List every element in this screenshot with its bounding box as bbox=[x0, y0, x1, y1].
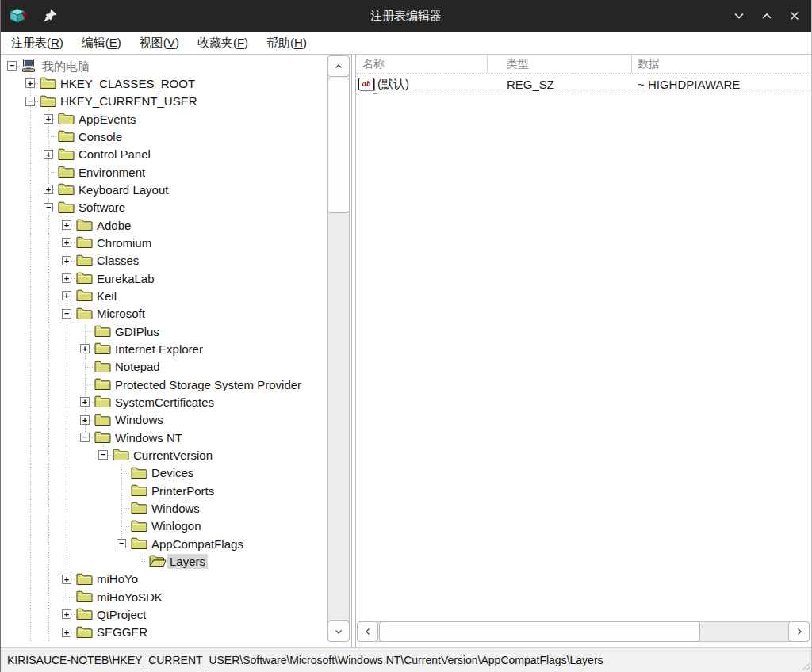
close-button[interactable] bbox=[786, 7, 803, 25]
folder-icon bbox=[58, 129, 76, 143]
tree-node[interactable]: Layers bbox=[3, 552, 324, 570]
expand-toggle[interactable]: + bbox=[44, 150, 53, 159]
tree-node[interactable]: −我的电脑 bbox=[3, 57, 324, 74]
expand-toggle[interactable]: + bbox=[62, 220, 71, 230]
tree-guide-line bbox=[30, 358, 31, 376]
menu-registry[interactable]: 注册表(R) bbox=[9, 34, 66, 52]
tree-node[interactable]: +Chromium bbox=[3, 234, 324, 251]
tree-node[interactable]: Protected Storage System Provider bbox=[3, 376, 324, 393]
tree-guide-line bbox=[30, 128, 31, 145]
menu-edit[interactable]: 编辑(E) bbox=[79, 34, 124, 52]
tree-indent-cell bbox=[3, 163, 21, 181]
expand-toggle[interactable]: + bbox=[44, 185, 53, 194]
tree-node-label: EurekaLab bbox=[94, 271, 157, 286]
tree-node[interactable]: +QtProject bbox=[3, 605, 324, 623]
tree-guide-line bbox=[67, 446, 67, 464]
tree-indent-cell: − bbox=[3, 57, 21, 74]
tree-node[interactable]: miHoYoSDK bbox=[3, 588, 324, 605]
tree-node[interactable]: −Software bbox=[3, 199, 324, 216]
collapse-toggle[interactable]: − bbox=[44, 203, 53, 212]
expand-toggle[interactable]: + bbox=[44, 114, 53, 124]
tree-indent-cell bbox=[76, 323, 94, 340]
tree-indent-cell bbox=[3, 216, 21, 234]
expand-toggle[interactable]: + bbox=[62, 609, 71, 619]
scroll-down-button[interactable] bbox=[327, 620, 350, 642]
column-header-data[interactable]: 数据 bbox=[632, 55, 811, 73]
tree-node[interactable]: GDIPlus bbox=[3, 323, 324, 340]
collapse-toggle[interactable]: − bbox=[7, 61, 17, 71]
expand-toggle[interactable]: + bbox=[62, 628, 71, 637]
tree-node[interactable]: +EurekaLab bbox=[3, 269, 324, 287]
column-header-type[interactable]: 类型 bbox=[488, 55, 632, 73]
menu-view[interactable]: 视图(V) bbox=[137, 34, 182, 52]
tree-node[interactable]: −Windows NT bbox=[3, 429, 324, 446]
minimize-button[interactable] bbox=[730, 7, 748, 25]
values-horizontal-scrollbar[interactable] bbox=[357, 621, 810, 642]
collapse-toggle[interactable]: − bbox=[25, 97, 35, 106]
scroll-right-button[interactable] bbox=[788, 621, 810, 642]
menu-help[interactable]: 帮助(H) bbox=[264, 34, 309, 52]
tree-node[interactable]: +Windows bbox=[3, 411, 324, 429]
tree-node[interactable]: Environment bbox=[3, 163, 324, 181]
tree-node[interactable]: −AppCompatFlags bbox=[3, 535, 324, 552]
menu-favorites[interactable]: 收藏夹(F) bbox=[195, 34, 251, 52]
expand-toggle[interactable]: + bbox=[62, 238, 71, 247]
tree-guide-line bbox=[30, 323, 31, 340]
expand-toggle[interactable]: + bbox=[62, 256, 71, 265]
folder-icon bbox=[131, 536, 149, 551]
tree-node[interactable]: +Classes bbox=[3, 252, 324, 269]
collapse-toggle[interactable]: − bbox=[98, 450, 108, 460]
tree-indent-cell bbox=[21, 482, 40, 499]
tree-indent-cell bbox=[40, 464, 58, 482]
tree-node[interactable]: −HKEY_CURRENT_USER bbox=[3, 93, 324, 110]
tree-indent-cell bbox=[3, 340, 21, 357]
tree-node[interactable]: Console bbox=[3, 128, 324, 145]
tree-node[interactable]: −CurrentVersion bbox=[3, 446, 324, 464]
tree-node[interactable]: +SEGGER bbox=[3, 624, 324, 641]
tree-node-label: Winlogon bbox=[149, 518, 204, 533]
tree-node[interactable]: Notepad bbox=[3, 358, 324, 376]
collapse-toggle[interactable]: − bbox=[117, 539, 126, 548]
tree-guide-line bbox=[48, 163, 49, 172]
folder-icon bbox=[131, 466, 149, 480]
scroll-left-button[interactable] bbox=[357, 621, 378, 642]
expand-toggle[interactable]: + bbox=[80, 397, 90, 407]
expand-toggle[interactable]: + bbox=[25, 78, 35, 88]
horizontal-scroll-thumb[interactable] bbox=[379, 621, 700, 642]
tree-indent-cell bbox=[40, 163, 58, 181]
tree-node[interactable]: +HKEY_CLASSES_ROOT bbox=[3, 74, 324, 92]
tree-node[interactable]: +Control Panel bbox=[3, 146, 324, 163]
tree-vertical-scrollbar[interactable] bbox=[327, 55, 350, 642]
tree-node[interactable]: −Microsoft bbox=[3, 305, 324, 323]
tree-indent-cell bbox=[21, 446, 40, 464]
expand-toggle[interactable]: + bbox=[62, 575, 71, 584]
tree-indent-cell: + bbox=[58, 269, 76, 287]
value-row[interactable]: ab(默认)REG_SZ~ HIGHDPIAWARE bbox=[356, 74, 811, 94]
collapse-toggle[interactable]: − bbox=[80, 433, 90, 442]
tree-node[interactable]: +Keyboard Layout bbox=[3, 181, 324, 198]
tree-node[interactable]: Winlogon bbox=[3, 517, 324, 535]
tree-node[interactable]: +Keil bbox=[3, 287, 324, 304]
tree-node[interactable]: +Adobe bbox=[3, 216, 324, 234]
tree-node[interactable]: Windows bbox=[3, 499, 324, 517]
vertical-scroll-thumb[interactable] bbox=[327, 78, 350, 213]
collapse-toggle[interactable]: − bbox=[62, 309, 71, 319]
expand-toggle[interactable]: + bbox=[62, 273, 71, 283]
column-header-name[interactable]: 名称 bbox=[356, 55, 488, 73]
tree-node[interactable]: +SystemCertificates bbox=[3, 393, 324, 410]
tree-node-label: Control Panel bbox=[76, 147, 153, 162]
tree-indent-cell bbox=[40, 358, 58, 376]
expand-toggle[interactable]: + bbox=[80, 344, 90, 353]
tree-node[interactable]: Devices bbox=[3, 464, 324, 482]
expand-toggle[interactable]: + bbox=[80, 415, 90, 425]
scroll-up-button[interactable] bbox=[327, 55, 350, 77]
tree-node[interactable]: PrinterPorts bbox=[3, 482, 324, 499]
tree-node[interactable]: +Internet Explorer bbox=[3, 340, 324, 357]
tree-node[interactable]: +AppEvents bbox=[3, 110, 324, 128]
resize-grip[interactable] bbox=[799, 660, 810, 670]
maximize-button[interactable] bbox=[758, 7, 776, 25]
tree-indent-cell bbox=[94, 482, 113, 499]
expand-toggle[interactable]: + bbox=[62, 291, 71, 300]
tree-node[interactable]: +miHoYo bbox=[3, 571, 324, 588]
tree-indent-cell bbox=[40, 393, 58, 410]
